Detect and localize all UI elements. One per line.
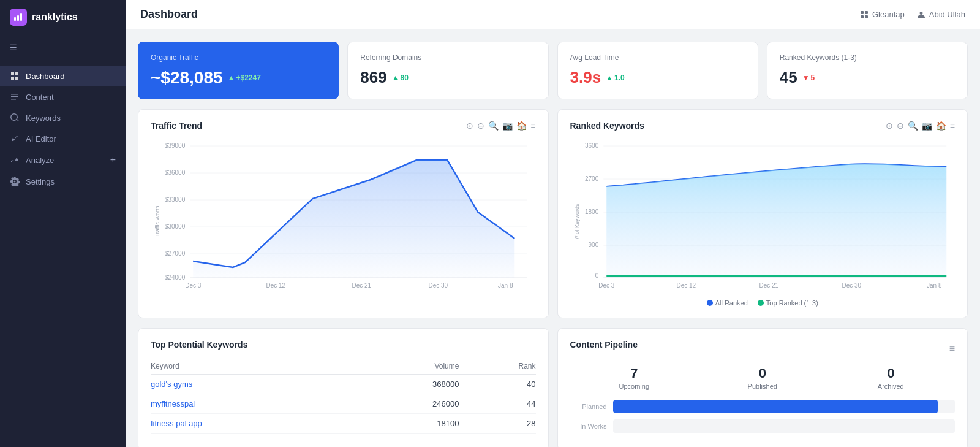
download-icon[interactable]: 📷 [502,121,513,131]
svg-text:Dec 21: Dec 21 [352,282,371,289]
download-icon2[interactable]: 📷 [922,121,932,131]
nav-label-settings: Settings [26,177,55,186]
sidebar-item-dashboard[interactable]: Dashboard [0,66,126,86]
avg-load-time-card: Avg Load Time 3.9s ▲ 1.0 [557,42,758,99]
ranked-keywords-chart-title: Ranked Keywords [570,121,644,131]
svg-rect-5 [861,15,864,18]
referring-domains-delta: ▲ 80 [392,74,409,82]
svg-text:Dec 21: Dec 21 [759,282,778,289]
nav-label-analyze: Analyze [26,156,54,165]
svg-text:Jan 8: Jan 8 [498,282,513,289]
zoom-reset-icon[interactable]: ⊙ [466,121,473,131]
svg-text:$30000: $30000 [165,223,186,230]
ranked-keywords-chart-card: Ranked Keywords ⊙ ⊖ 🔍 📷 🏠 ≡ 3600 2700 18… [557,109,968,318]
svg-text:Dec 30: Dec 30 [842,282,861,289]
workspace-name: Gleantap [872,10,905,19]
pipeline-inworks-label: In Works [570,422,607,430]
ranked-keywords-chart-svg: 3600 2700 1800 900 0 // of Keywords [570,136,956,295]
ranked-keywords-toolbar: ⊙ ⊖ 🔍 📷 🏠 ≡ [886,121,955,131]
svg-text:$27000: $27000 [165,250,186,257]
nav-label-ai-editor: AI Editor [26,134,56,143]
menu-icon2[interactable]: ≡ [950,121,955,131]
nav-label-keywords: Keywords [26,113,61,123]
zoom-out-icon[interactable]: ⊖ [477,121,484,131]
home-icon2[interactable]: 🏠 [936,121,946,131]
legend-top-ranked-dot [758,300,764,306]
svg-text:Dec 3: Dec 3 [598,282,615,289]
col-rank: Rank [477,358,535,375]
svg-rect-3 [861,11,864,14]
traffic-trend-toolbar: ⊙ ⊖ 🔍 📷 🏠 ≡ [466,121,535,131]
pipeline-bars: Planned In Works [570,400,956,433]
svg-text:Jan 8: Jan 8 [927,282,942,289]
chart-legend: All Ranked Top Ranked (1-3) [570,299,956,307]
topbar: Dashboard Gleantap Abid Ullah [126,0,980,29]
svg-text:900: 900 [588,242,598,248]
hamburger-menu[interactable]: ☰ [0,34,126,61]
table-row: gold's gyms 368000 40 [151,375,536,394]
app-name: ranklytics [32,12,78,23]
col-volume: Volume [325,358,477,375]
keywords-table: Keyword Volume Rank gold's gyms 368000 4… [151,358,536,434]
svg-text:$36000: $36000 [165,169,186,176]
svg-rect-0 [14,17,16,21]
sidebar-item-content[interactable]: Content [0,86,126,107]
ranked-keywords-title: Ranked Keywords (1-3) [780,53,955,62]
sidebar-item-settings[interactable]: Settings [0,171,126,192]
pipeline-inworks-track [613,419,956,433]
svg-text:Traffic Worth: Traffic Worth [154,206,160,237]
sidebar-item-keywords[interactable]: Keywords [0,107,126,128]
avg-load-time-value: 3.9s ▲ 1.0 [570,68,745,87]
pipeline-stat-archived: 0 Archived [827,365,956,390]
svg-text:// of Keywords: // of Keywords [574,204,580,239]
pipeline-published-value: 0 [698,365,827,381]
kw-rank-0: 40 [477,375,535,394]
organic-traffic-card: Organic Traffic ~$28,085 ▲ +$2247 [138,42,339,99]
svg-text:0: 0 [595,272,598,279]
zoom-out-icon2[interactable]: ⊖ [897,121,904,131]
referring-domains-value: 869 ▲ 80 [360,68,535,87]
svg-text:1800: 1800 [585,208,599,215]
ranked-keywords-card: Ranked Keywords (1-3) 45 ▼ 5 [767,42,968,99]
svg-text:2700: 2700 [585,175,599,182]
sidebar: ranklytics ☰ Dashboard Content Keywords … [0,0,126,447]
svg-text:Dec 3: Dec 3 [185,282,202,289]
zoom-in-icon[interactable]: 🔍 [488,121,499,131]
app-logo-icon [10,9,27,26]
svg-text:Dec 12: Dec 12 [266,282,285,289]
workspace-selector[interactable]: Gleantap [860,10,905,19]
kw-name-2[interactable]: fitness pal app [151,414,325,434]
kw-volume-0: 368000 [325,375,477,394]
pipeline-planned-track [613,400,956,413]
kw-name-1[interactable]: myfitnesspal [151,394,325,414]
analyze-plus-icon[interactable]: + [110,155,116,166]
zoom-in-icon2[interactable]: 🔍 [908,121,918,131]
referring-domains-title: Referring Domains [360,53,535,62]
svg-text:$39000: $39000 [165,142,186,149]
pipeline-upcoming-value: 7 [570,365,699,381]
zoom-reset-icon2[interactable]: ⊙ [886,121,893,131]
kw-rank-1: 44 [477,394,535,414]
legend-all-ranked-label: All Ranked [715,299,748,307]
legend-top-ranked-label: Top Ranked (1-3) [766,299,818,307]
pipeline-header: Content Pipeline ≡ [570,340,956,358]
avg-load-time-title: Avg Load Time [570,53,745,62]
sidebar-item-ai-editor[interactable]: AI Editor [0,128,126,149]
pipeline-menu-icon[interactable]: ≡ [949,343,955,354]
user-menu[interactable]: Abid Ullah [917,10,965,19]
svg-text:$33000: $33000 [165,196,186,203]
menu-icon[interactable]: ≡ [530,121,535,131]
legend-all-ranked: All Ranked [707,299,748,307]
legend-all-ranked-dot [707,300,713,306]
traffic-trend-title: Traffic Trend [151,121,202,131]
svg-rect-2 [20,13,22,21]
ranked-keywords-delta: ▼ 5 [802,74,815,82]
svg-rect-4 [865,11,868,14]
sidebar-item-analyze[interactable]: Analyze + [0,149,126,171]
svg-text:$24000: $24000 [165,274,186,281]
home-icon[interactable]: 🏠 [516,121,527,131]
avg-load-time-delta: ▲ 1.0 [606,74,625,82]
svg-text:Dec 12: Dec 12 [676,282,696,289]
pipeline-stats: 7 Upcoming 0 Published 0 Archived [570,365,956,390]
kw-name-0[interactable]: gold's gyms [151,375,325,394]
